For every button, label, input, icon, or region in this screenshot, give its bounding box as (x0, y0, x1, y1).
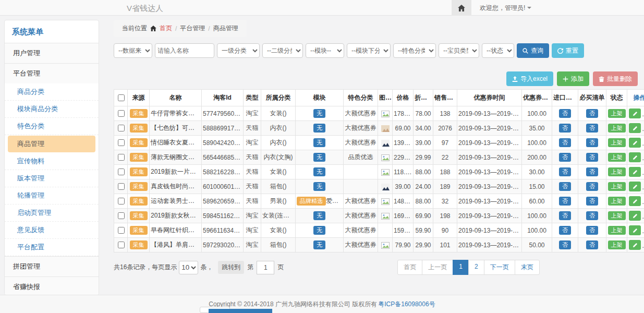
sidebar-item-平台管理[interactable]: 平台管理 (5, 63, 99, 83)
sidebar-item-版本管理[interactable]: 版本管理 (5, 170, 99, 187)
status-select[interactable]: --状态-- (482, 43, 514, 58)
level1-category-select[interactable]: 一级分类 (217, 43, 260, 58)
import-excel-button[interactable]: 导入excel (506, 71, 553, 86)
sidebar-item-拼团管理[interactable]: 拼团管理 (5, 256, 99, 276)
pager-2[interactable]: 2 (468, 260, 484, 275)
pager-首页[interactable]: 首页 (397, 260, 422, 275)
reset-button[interactable]: 重置 (552, 43, 584, 58)
edit-button[interactable] (629, 211, 641, 221)
edit-button[interactable] (629, 109, 641, 118)
must-buy-badge[interactable]: 否 (586, 153, 598, 162)
sidebar-item-启动页管理[interactable]: 启动页管理 (5, 204, 99, 222)
edit-button[interactable] (629, 240, 641, 250)
row-checkbox[interactable] (118, 139, 125, 146)
must-buy-badge[interactable]: 否 (586, 182, 598, 191)
sidebar-item-模块商品分类[interactable]: 模块商品分类 (5, 101, 99, 118)
taoke-id-cell: 589042420344 (202, 136, 244, 150)
import-select-badge[interactable]: 否 (559, 109, 571, 118)
sidebar-item-特色分类[interactable]: 特色分类 (5, 118, 99, 135)
add-button[interactable]: 添加 (557, 71, 589, 86)
status-badge[interactable]: 上架 (608, 197, 626, 206)
coupon-amount-cell: 30.00 (522, 165, 552, 179)
status-badge[interactable]: 上架 (608, 226, 626, 235)
price-cell: 39.00 (393, 179, 414, 194)
sidebar-item-商品管理[interactable]: 商品管理 (8, 136, 95, 152)
jump-to-button[interactable]: 跳转到 (218, 261, 244, 274)
batch-delete-button[interactable]: 批量删除 (593, 71, 638, 86)
name-cell: 运动套装男士卫衣初秋... (150, 194, 202, 209)
feature-cell: 大额优惠券 (344, 209, 378, 223)
status-badge[interactable]: 上架 (608, 109, 626, 118)
row-checkbox[interactable] (118, 168, 125, 175)
name-input[interactable] (155, 43, 214, 58)
item-type-select[interactable]: --宝贝类型-- (439, 43, 479, 58)
feature-cell: 大额优惠券 (344, 136, 378, 150)
breadcrumb-home-link[interactable]: 首页 (160, 24, 172, 33)
import-select-badge[interactable]: 否 (559, 211, 571, 221)
sidebar-item-用户管理[interactable]: 用户管理 (5, 43, 99, 63)
row-checkbox[interactable] (118, 125, 125, 131)
status-badge[interactable]: 上架 (608, 124, 626, 133)
row-checkbox[interactable] (118, 212, 125, 219)
pager-上一页[interactable]: 上一页 (422, 260, 453, 275)
import-select-badge[interactable]: 否 (559, 240, 571, 250)
import-select-badge[interactable]: 否 (559, 124, 571, 133)
search-button[interactable]: 查询 (517, 43, 549, 58)
must-buy-badge[interactable]: 否 (586, 138, 598, 148)
user-menu[interactable]: 欢迎您，管理员! (480, 4, 531, 13)
status-badge[interactable]: 上架 (608, 240, 626, 250)
status-badge[interactable]: 上架 (608, 167, 626, 177)
status-badge[interactable]: 上架 (608, 138, 626, 148)
status-badge[interactable]: 上架 (608, 211, 626, 221)
pager-末页[interactable]: 末页 (515, 260, 540, 275)
import-select-badge[interactable]: 否 (559, 167, 571, 177)
must-buy-badge[interactable]: 否 (586, 211, 598, 221)
status-badge[interactable]: 上架 (608, 153, 626, 162)
row-checkbox[interactable] (118, 183, 125, 190)
feature-category-select[interactable]: --特色分类-- (393, 43, 436, 58)
must-buy-badge[interactable]: 否 (586, 124, 598, 133)
must-buy-badge[interactable]: 否 (586, 109, 598, 118)
sidebar-item-轮播管理[interactable]: 轮播管理 (5, 187, 99, 204)
must-buy-badge[interactable]: 否 (586, 197, 598, 206)
module-select[interactable]: --模块-- (306, 43, 344, 58)
row-checkbox[interactable] (118, 198, 125, 204)
status-badge[interactable]: 上架 (608, 182, 626, 191)
type-cell: 天猫 (244, 121, 261, 136)
pager-1[interactable]: 1 (453, 260, 469, 275)
import-select-badge[interactable]: 否 (559, 153, 571, 162)
import-select-badge[interactable]: 否 (559, 197, 571, 206)
select-all-checkbox[interactable] (118, 94, 125, 101)
module-sub-category-select[interactable]: --模块下分类-- (347, 43, 391, 58)
row-checkbox[interactable] (118, 227, 125, 234)
pager-下一页[interactable]: 下一页 (484, 260, 515, 275)
icp-link[interactable]: 粤ICP备16098006号 (378, 300, 435, 309)
edit-button[interactable] (629, 225, 641, 235)
page-number-input[interactable] (257, 261, 274, 274)
must-buy-badge[interactable]: 否 (586, 240, 598, 250)
edit-button[interactable] (629, 152, 641, 162)
import-select-badge[interactable]: 否 (559, 226, 571, 235)
sidebar-item-商品分类[interactable]: 商品分类 (5, 83, 99, 101)
sidebar-item-省赚快报[interactable]: 省赚快报 (5, 276, 99, 295)
sidebar-item-宣传物料[interactable]: 宣传物料 (5, 153, 99, 170)
row-checkbox[interactable] (118, 242, 125, 248)
must-buy-badge[interactable]: 否 (586, 226, 598, 235)
edit-button[interactable] (629, 167, 641, 177)
level2-category-select[interactable]: --二级分类-- (262, 43, 303, 58)
import-select-badge[interactable]: 否 (559, 182, 571, 191)
row-checkbox[interactable] (118, 154, 125, 161)
edit-button[interactable] (629, 196, 641, 206)
row-checkbox[interactable] (118, 110, 125, 117)
import-select-badge[interactable]: 否 (559, 138, 571, 148)
edit-button[interactable] (629, 138, 641, 148)
edit-button[interactable] (629, 182, 641, 191)
sidebar-item-平台配置[interactable]: 平台配置 (5, 239, 99, 256)
data-source-select[interactable]: --数据来源-- (114, 43, 152, 58)
bottom-scrollbar[interactable] (209, 309, 272, 313)
edit-button[interactable] (629, 123, 641, 133)
sidebar-item-意见反馈[interactable]: 意见反馈 (5, 222, 99, 239)
page-size-select[interactable]: 10 (179, 261, 198, 274)
home-button[interactable] (452, 0, 471, 16)
must-buy-badge[interactable]: 否 (586, 167, 598, 177)
